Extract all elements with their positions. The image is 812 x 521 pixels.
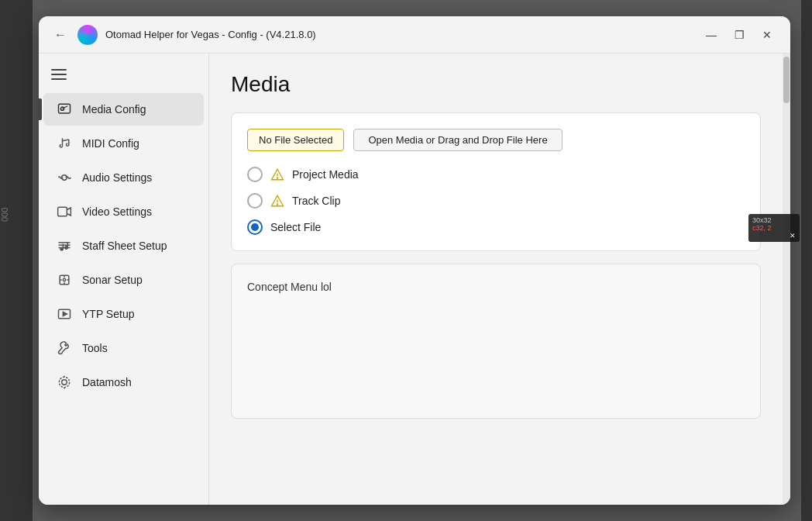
warning-icon-track-clip xyxy=(270,194,284,208)
sidebar-item-audio-settings[interactable]: Audio Settings xyxy=(43,161,204,194)
bg-label-left: 000 xyxy=(0,208,9,222)
sidebar-item-staff-sheet-setup[interactable]: Staff Sheet Setup xyxy=(43,229,204,262)
sidebar: Media Config MIDI Config xyxy=(39,53,209,505)
video-settings-icon xyxy=(56,203,73,220)
radio-label-select-file: Select File xyxy=(270,221,321,233)
main-window: ← Otomad Helper for Vegas - Config - (V4… xyxy=(39,16,790,505)
main-layout: Media Config MIDI Config xyxy=(39,53,790,505)
bg-overlay-close[interactable]: ✕ xyxy=(752,232,796,240)
radio-group: Project Media xyxy=(247,167,745,235)
sidebar-label-datamosh: Datamosh xyxy=(82,376,132,388)
sidebar-item-tools[interactable]: Tools xyxy=(43,332,204,364)
scrollbar-thumb[interactable] xyxy=(783,57,790,103)
sidebar-label-midi-config: MIDI Config xyxy=(82,137,139,150)
svg-point-16 xyxy=(62,380,67,385)
window-controls: — ❐ ✕ xyxy=(700,24,778,46)
minimize-button[interactable]: — xyxy=(700,24,722,46)
back-button[interactable]: ← xyxy=(51,26,70,44)
open-media-button[interactable]: Open Media or Drag and Drop File Here xyxy=(353,129,562,151)
hamburger-menu[interactable] xyxy=(39,63,208,92)
bg-overlay: 30x32 c32, 2 ✕ xyxy=(748,214,800,242)
radio-circle-select-file xyxy=(247,219,263,235)
radio-circle-project-media xyxy=(247,167,263,182)
sidebar-item-media-config[interactable]: Media Config xyxy=(43,93,204,126)
sidebar-item-video-settings[interactable]: Video Settings xyxy=(43,195,204,228)
sidebar-item-ytp-setup[interactable]: YTP Setup xyxy=(43,298,204,330)
maximize-button[interactable]: ❐ xyxy=(728,24,750,46)
sidebar-label-audio-settings: Audio Settings xyxy=(82,171,152,184)
concept-menu-card: Concept Menu lol xyxy=(231,264,761,419)
radio-label-project-media: Project Media xyxy=(292,168,359,181)
sidebar-label-tools: Tools xyxy=(82,342,108,354)
svg-point-23 xyxy=(277,204,277,205)
datamosh-icon xyxy=(56,374,73,391)
content-area: Media No File Selected Open Media or Dra… xyxy=(209,53,783,505)
concept-menu-text: Concept Menu lol xyxy=(247,281,332,293)
radio-circle-track-clip xyxy=(247,193,263,209)
sidebar-label-staff-sheet-setup: Staff Sheet Setup xyxy=(82,240,167,252)
ytp-setup-icon xyxy=(56,305,73,323)
bg-overlay-line2: c32, 2 xyxy=(752,224,796,232)
app-logo xyxy=(77,25,98,45)
midi-config-icon xyxy=(56,135,73,152)
bg-overlay-line1: 30x32 xyxy=(752,216,796,224)
sidebar-item-midi-config[interactable]: MIDI Config xyxy=(43,127,204,160)
window-title: Otomad Helper for Vegas - Config - (V4.2… xyxy=(105,29,693,40)
page-title: Media xyxy=(231,72,761,97)
close-button[interactable]: ✕ xyxy=(756,24,778,46)
file-row: No File Selected Open Media or Drag and … xyxy=(247,129,745,151)
title-bar: ← Otomad Helper for Vegas - Config - (V4… xyxy=(39,16,790,53)
sidebar-label-sonar-setup: Sonar Setup xyxy=(82,274,143,286)
radio-label-track-clip: Track Clip xyxy=(292,195,341,207)
warning-icon-project-media xyxy=(270,167,284,181)
radio-option-project-media[interactable]: Project Media xyxy=(247,167,745,182)
sidebar-label-ytp-setup: YTP Setup xyxy=(82,308,134,320)
no-file-badge: No File Selected xyxy=(247,129,344,151)
svg-point-21 xyxy=(277,178,277,178)
media-config-icon xyxy=(56,101,73,118)
svg-point-17 xyxy=(59,377,69,387)
sidebar-label-video-settings: Video Settings xyxy=(82,205,152,218)
svg-rect-3 xyxy=(58,207,67,216)
radio-option-track-clip[interactable]: Track Clip xyxy=(247,193,745,209)
radio-option-select-file[interactable]: Select File xyxy=(247,219,745,235)
sidebar-label-media-config: Media Config xyxy=(82,103,146,116)
svg-point-10 xyxy=(63,278,65,281)
sidebar-item-sonar-setup[interactable]: Sonar Setup xyxy=(43,264,204,296)
staff-sheet-icon xyxy=(56,237,73,254)
tools-icon xyxy=(56,340,73,357)
sidebar-item-datamosh[interactable]: Datamosh xyxy=(43,366,204,399)
sonar-setup-icon xyxy=(56,271,73,288)
hamburger-icon xyxy=(51,69,67,80)
scrollbar-track[interactable] xyxy=(783,53,790,505)
audio-settings-icon xyxy=(56,169,73,186)
media-source-card: No File Selected Open Media or Drag and … xyxy=(231,112,761,251)
